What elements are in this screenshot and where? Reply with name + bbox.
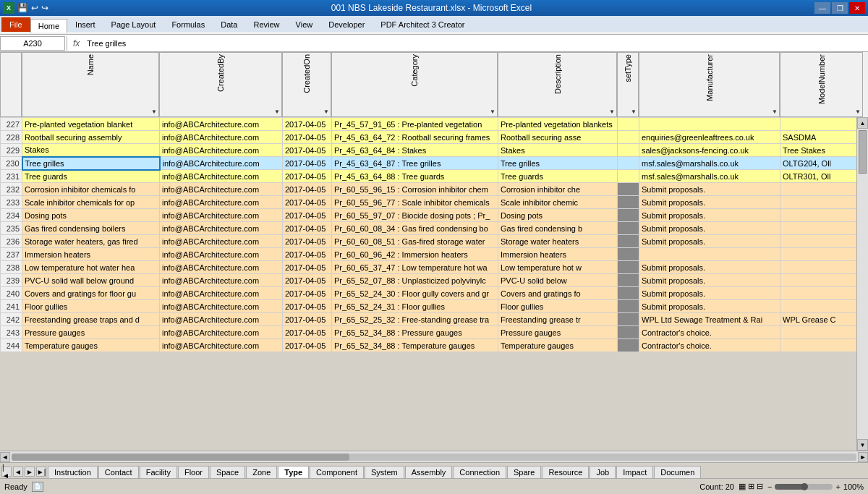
tab-developer[interactable]: Developer bbox=[320, 17, 373, 32]
sheet-tab-contact[interactable]: Contact bbox=[98, 466, 139, 478]
status-icon[interactable]: 📄 bbox=[32, 482, 43, 492]
cell-g[interactable]: Contractor's choice. bbox=[639, 339, 780, 352]
page-layout-view-button[interactable]: ⊞ bbox=[748, 482, 754, 491]
cell-b[interactable]: info@ABCArchitecture.com bbox=[160, 339, 283, 352]
cell-a[interactable]: Temperature gauges bbox=[22, 339, 160, 352]
cell-b[interactable]: info@ABCArchitecture.com bbox=[160, 131, 283, 144]
cell-g[interactable] bbox=[639, 248, 780, 261]
sheet-tab-connection[interactable]: Connection bbox=[453, 466, 506, 478]
cell-d[interactable]: Pr_60_55_96_15 : Corrosion inhibitor che… bbox=[332, 183, 498, 196]
cell-d[interactable]: Pr_60_60_08_51 : Gas-fired storage water bbox=[332, 235, 498, 248]
col-header-g[interactable]: Manufacturer ▼ bbox=[639, 52, 780, 117]
cell-h[interactable] bbox=[780, 222, 857, 235]
cell-e[interactable]: Stakes bbox=[498, 144, 618, 157]
cell-d[interactable]: Pr_60_60_96_42 : Immersion heaters bbox=[332, 248, 498, 261]
vertical-scrollbar[interactable]: ▲ ▼ bbox=[856, 117, 868, 451]
cell-a[interactable]: Immersion heaters bbox=[22, 248, 160, 261]
cell-b[interactable]: info@ABCArchitecture.com bbox=[160, 170, 283, 183]
cell-d[interactable]: Pr_65_52_07_88 : Unplasticized polyvinyl… bbox=[332, 274, 498, 287]
col-header-d[interactable]: Category ▼ bbox=[331, 52, 498, 117]
sheet-tab-job[interactable]: Job bbox=[590, 466, 616, 478]
cell-g[interactable]: Contractor's choice. bbox=[639, 326, 780, 339]
cell-g[interactable]: enquiries@greenleaftrees.co.uk bbox=[639, 131, 780, 144]
cell-h[interactable] bbox=[780, 183, 857, 196]
cell-a[interactable]: Pre-planted vegetation blanket bbox=[22, 118, 160, 131]
sheet-tab-system[interactable]: System bbox=[365, 466, 404, 478]
cell-c[interactable]: 2017-04-05 bbox=[283, 131, 332, 144]
cell-b[interactable]: info@ABCArchitecture.com bbox=[160, 235, 283, 248]
cell-h[interactable] bbox=[780, 274, 857, 287]
cell-e[interactable]: Storage water heaters bbox=[498, 235, 618, 248]
cell-d[interactable]: Pr_65_52_34_88 : Temperature gauges bbox=[332, 339, 498, 352]
cell-g[interactable]: sales@jacksons-fencing.co.uk bbox=[639, 144, 780, 157]
sheet-tab-floor[interactable]: Floor bbox=[178, 466, 209, 478]
h-scroll-track[interactable] bbox=[12, 453, 856, 461]
cell-e[interactable]: Floor gullies bbox=[498, 300, 618, 313]
scroll-up-button[interactable]: ▲ bbox=[857, 117, 868, 129]
cell-c[interactable]: 2017-04-05 bbox=[283, 313, 332, 326]
cell-f[interactable] bbox=[618, 326, 639, 339]
cell-f[interactable] bbox=[618, 261, 639, 274]
sheet-tab-zone[interactable]: Zone bbox=[246, 466, 277, 478]
page-break-view-button[interactable]: ⊟ bbox=[757, 482, 763, 491]
cell-h[interactable]: Tree Stakes bbox=[780, 144, 857, 157]
scroll-down-button[interactable]: ▼ bbox=[857, 439, 868, 451]
cell-d[interactable]: Pr_60_55_97_07 : Biocide dosing pots ; P… bbox=[332, 209, 498, 222]
horizontal-scrollbar[interactable]: ◄ ► bbox=[0, 451, 868, 462]
col-d-filter[interactable]: ▼ bbox=[490, 108, 495, 115]
cell-g[interactable]: Submit proposals. bbox=[639, 196, 780, 209]
cell-a[interactable]: Dosing pots bbox=[22, 209, 160, 222]
cell-e[interactable]: Rootball securing asse bbox=[498, 131, 618, 144]
cell-d[interactable]: Pr_45_63_64_87 : Tree grilles bbox=[332, 157, 498, 170]
cell-b[interactable]: info@ABCArchitecture.com bbox=[160, 118, 283, 131]
scroll-thumb[interactable] bbox=[859, 130, 867, 174]
cell-h[interactable]: WPL Grease C bbox=[780, 313, 857, 326]
cell-d[interactable]: Pr_65_52_34_88 : Pressure gauges bbox=[332, 326, 498, 339]
col-b-filter[interactable]: ▼ bbox=[274, 108, 280, 115]
cell-e[interactable]: Tree grilles bbox=[498, 157, 618, 170]
cell-a[interactable]: Floor gullies bbox=[22, 300, 160, 313]
sheet-next-button[interactable]: ► bbox=[25, 467, 35, 477]
cell-e[interactable]: Corrosion inhibitor che bbox=[498, 183, 618, 196]
cell-g[interactable]: Submit proposals. bbox=[639, 274, 780, 287]
sheet-tab-type[interactable]: Type bbox=[278, 466, 309, 478]
cell-b[interactable]: info@ABCArchitecture.com bbox=[160, 157, 283, 170]
zoom-bar[interactable] bbox=[775, 484, 833, 490]
cell-f[interactable] bbox=[618, 196, 639, 209]
cell-e[interactable]: Temperature gauges bbox=[498, 339, 618, 352]
cell-h[interactable] bbox=[780, 326, 857, 339]
cell-f[interactable] bbox=[618, 339, 639, 352]
cell-e[interactable]: Pre-planted vegetation blankets bbox=[498, 118, 618, 131]
cell-a[interactable]: Gas fired condensing boilers bbox=[22, 222, 160, 235]
cell-d[interactable]: Pr_60_60_08_34 : Gas fired condensing bo bbox=[332, 222, 498, 235]
cell-e[interactable]: Dosing pots bbox=[498, 209, 618, 222]
h-scroll-thumb[interactable] bbox=[12, 453, 349, 461]
cell-e[interactable]: Scale inhibitor chemic bbox=[498, 196, 618, 209]
cell-c[interactable]: 2017-04-05 bbox=[283, 222, 332, 235]
col-f-filter[interactable]: ▼ bbox=[631, 108, 637, 115]
cell-b[interactable]: info@ABCArchitecture.com bbox=[160, 248, 283, 261]
col-header-h[interactable]: ModelNumber ▼ bbox=[780, 52, 863, 117]
name-box[interactable]: A230 bbox=[0, 36, 65, 51]
normal-view-button[interactable]: ▦ bbox=[739, 482, 746, 491]
cell-e[interactable]: Freestanding grease tr bbox=[498, 313, 618, 326]
cell-b[interactable]: info@ABCArchitecture.com bbox=[160, 196, 283, 209]
cell-a[interactable]: Stakes bbox=[22, 144, 160, 157]
scroll-left-button[interactable]: ◄ bbox=[0, 452, 10, 462]
cell-h[interactable] bbox=[780, 300, 857, 313]
redo-icon[interactable]: ↪ bbox=[41, 3, 48, 13]
col-a-filter[interactable]: ▼ bbox=[151, 108, 157, 115]
cell-d[interactable]: Pr_45_63_64_88 : Tree guards bbox=[332, 170, 498, 183]
sheet-tab-impact[interactable]: Impact bbox=[616, 466, 653, 478]
cell-b[interactable]: info@ABCArchitecture.com bbox=[160, 313, 283, 326]
cell-c[interactable]: 2017-04-05 bbox=[283, 235, 332, 248]
cell-a[interactable]: Covers and gratings for floor gu bbox=[22, 287, 160, 300]
close-button[interactable]: ✕ bbox=[849, 2, 865, 14]
cell-g[interactable]: Submit proposals. bbox=[639, 287, 780, 300]
cell-b[interactable]: info@ABCArchitecture.com bbox=[160, 287, 283, 300]
scroll-right-button[interactable]: ► bbox=[858, 452, 868, 462]
cell-c[interactable]: 2017-04-05 bbox=[283, 183, 332, 196]
cell-f[interactable] bbox=[618, 118, 639, 131]
cell-e[interactable]: Covers and gratings fo bbox=[498, 287, 618, 300]
cell-f[interactable] bbox=[618, 222, 639, 235]
